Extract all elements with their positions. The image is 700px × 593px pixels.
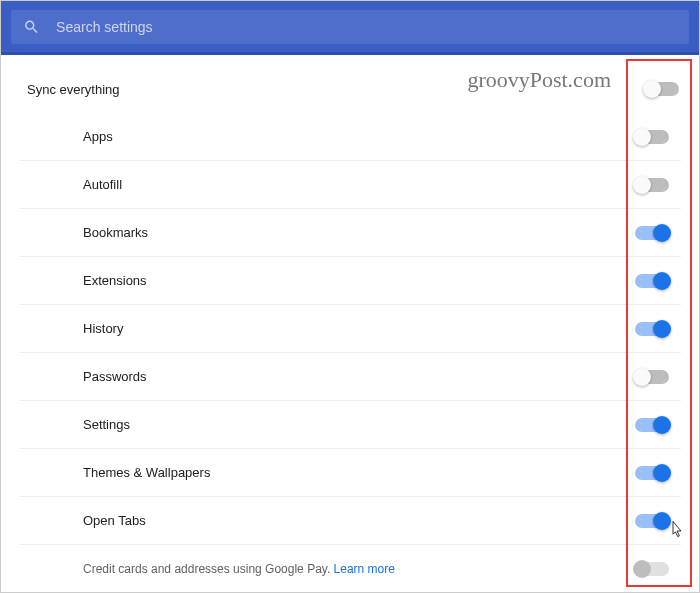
sync-item-row: Open Tabs <box>19 497 681 545</box>
search-icon <box>23 18 40 36</box>
search-input[interactable] <box>56 19 677 35</box>
sync-item-label: Settings <box>83 417 635 432</box>
search-bar[interactable] <box>11 10 689 44</box>
sync-item-toggle[interactable] <box>635 274 669 288</box>
sync-item-label: Open Tabs <box>83 513 635 528</box>
sync-item-label: Themes & Wallpapers <box>83 465 635 480</box>
settings-header <box>1 1 699 55</box>
sync-item-label: Extensions <box>83 273 635 288</box>
sync-everything-toggle[interactable] <box>645 82 679 96</box>
credit-cards-label: Credit cards and addresses using Google … <box>83 562 635 576</box>
sync-item-toggle[interactable] <box>635 130 669 144</box>
sync-item-toggle[interactable] <box>635 322 669 336</box>
sync-settings-panel: Sync everything AppsAutofillBookmarksExt… <box>1 55 699 593</box>
sync-everything-row: Sync everything <box>9 65 691 113</box>
sync-item-label: Bookmarks <box>83 225 635 240</box>
sync-item-toggle[interactable] <box>635 514 669 528</box>
sync-item-row: Apps <box>19 113 681 161</box>
sync-item-toggle[interactable] <box>635 370 669 384</box>
sync-item-toggle[interactable] <box>635 466 669 480</box>
sync-item-toggle[interactable] <box>635 226 669 240</box>
sync-item-label: Autofill <box>83 177 635 192</box>
sync-item-row: Autofill <box>19 161 681 209</box>
sync-item-toggle[interactable] <box>635 418 669 432</box>
sync-item-row: Bookmarks <box>19 209 681 257</box>
sync-item-label: Apps <box>83 129 635 144</box>
sync-item-row: History <box>19 305 681 353</box>
sync-item-toggle[interactable] <box>635 178 669 192</box>
sync-item-row: Themes & Wallpapers <box>19 449 681 497</box>
credit-cards-toggle[interactable] <box>635 562 669 576</box>
credit-cards-row: Credit cards and addresses using Google … <box>19 545 681 593</box>
sync-everything-label: Sync everything <box>27 82 120 97</box>
sync-item-row: Passwords <box>19 353 681 401</box>
sync-item-label: History <box>83 321 635 336</box>
sync-item-row: Settings <box>19 401 681 449</box>
learn-more-link[interactable]: Learn more <box>334 562 395 576</box>
sync-item-label: Passwords <box>83 369 635 384</box>
sync-item-row: Extensions <box>19 257 681 305</box>
